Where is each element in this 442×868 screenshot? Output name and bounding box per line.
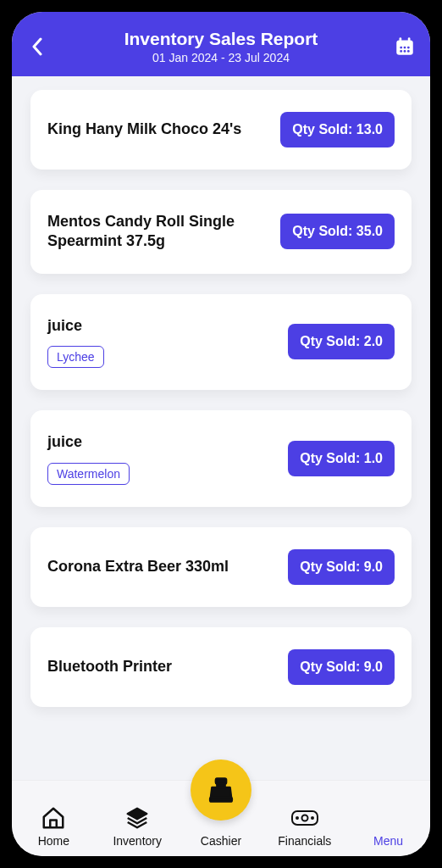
inventory-item-card[interactable]: Bluetooth PrinterQty Sold: 9.0: [30, 627, 412, 707]
calendar-button[interactable]: [393, 35, 417, 58]
qty-sold-badge: Qty Sold: 1.0: [288, 441, 395, 476]
date-range: 01 Jan 2024 - 23 Jul 2024: [49, 51, 393, 64]
calendar-icon: [394, 36, 416, 58]
chevron-left-icon: [31, 37, 43, 56]
svg-point-9: [407, 50, 410, 53]
inventory-item-card[interactable]: King Hany Milk Choco 24'sQty Sold: 13.0: [30, 90, 412, 170]
nav-home[interactable]: Home: [12, 804, 96, 848]
qty-sold-badge: Qty Sold: 2.0: [288, 324, 395, 359]
cashier-fab[interactable]: [191, 760, 251, 821]
back-button[interactable]: [25, 35, 49, 58]
inventory-item-card[interactable]: Corona Extra Beer 330mlQty Sold: 9.0: [30, 527, 412, 607]
svg-point-4: [400, 47, 402, 49]
inventory-item-card[interactable]: juiceLycheeQty Sold: 2.0: [30, 294, 412, 390]
item-name: Bluetooth Printer: [47, 657, 276, 676]
nav-financials[interactable]: Financials: [262, 804, 346, 848]
inventory-item-card[interactable]: Mentos Candy Roll Single Spearmint 37.5g…: [30, 190, 412, 274]
layers-icon: [124, 805, 150, 831]
nav-menu[interactable]: Menu: [346, 804, 430, 848]
nav-cashier[interactable]: Cashier: [180, 775, 263, 848]
nav-label: Menu: [346, 834, 430, 848]
cash-register-icon: [206, 775, 236, 805]
svg-point-14: [301, 815, 307, 821]
item-name: juice: [47, 316, 276, 336]
bottom-nav: Home Inventory Cashier Financials Menu: [12, 780, 430, 856]
nav-label: Inventory: [96, 834, 180, 848]
svg-rect-12: [217, 784, 224, 788]
svg-rect-11: [210, 798, 232, 802]
svg-rect-3: [408, 37, 411, 42]
svg-point-6: [407, 47, 410, 49]
nav-label: Cashier: [180, 834, 263, 848]
qty-sold-badge: Qty Sold: 9.0: [288, 549, 395, 585]
item-list: King Hany Milk Choco 24'sQty Sold: 13.0M…: [12, 76, 430, 856]
item-name: juice: [47, 432, 276, 452]
nav-inventory[interactable]: Inventory: [96, 804, 180, 848]
qty-sold-badge: Qty Sold: 13.0: [280, 112, 395, 147]
banknote-icon: [290, 808, 319, 828]
item-name: King Hany Milk Choco 24's: [47, 120, 268, 139]
qty-sold-badge: Qty Sold: 9.0: [288, 649, 395, 685]
item-name: Mentos Candy Roll Single Spearmint 37.5g: [47, 212, 268, 252]
svg-rect-2: [400, 37, 402, 42]
svg-point-7: [400, 50, 402, 53]
app-header: Inventory Sales Report 01 Jan 2024 - 23 …: [12, 12, 430, 76]
inventory-item-card[interactable]: juiceWatermelonQty Sold: 1.0: [30, 410, 412, 506]
svg-point-15: [296, 817, 298, 819]
nav-label: Financials: [262, 834, 346, 848]
svg-point-8: [404, 50, 406, 53]
variant-tag: Lychee: [47, 346, 104, 368]
svg-point-16: [312, 817, 313, 819]
home-icon: [41, 805, 66, 831]
page-title: Inventory Sales Report: [49, 29, 393, 49]
svg-point-5: [404, 47, 406, 49]
nav-label: Home: [12, 834, 96, 848]
variant-tag: Watermelon: [47, 463, 130, 485]
qty-sold-badge: Qty Sold: 35.0: [280, 214, 395, 249]
item-name: Corona Extra Beer 330ml: [47, 557, 276, 576]
